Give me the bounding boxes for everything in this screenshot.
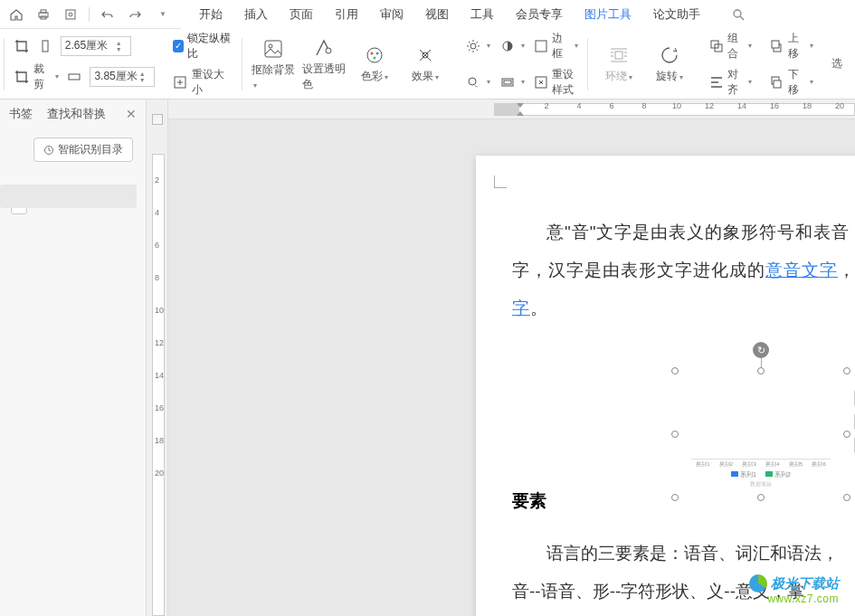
select-button[interactable]: 选	[831, 56, 842, 71]
tab-view[interactable]: 视图	[414, 0, 460, 29]
chart-object[interactable]: ↻ 类别1类别2类别3类别4类别5类别6 系列1系列2 数据项目 ▤ ◧ ▥	[675, 371, 847, 498]
menu-tabs: 开始 插入 页面 引用 审阅 视图 工具 会员专享 图片工具 论文助手	[181, 0, 855, 29]
tab-tool[interactable]: 工具	[460, 0, 505, 29]
print-preview-icon[interactable]	[62, 5, 80, 24]
dropdown-icon[interactable]: ▼	[153, 5, 171, 24]
redo-icon[interactable]	[126, 5, 144, 24]
border-button[interactable]: 边框▾	[534, 31, 577, 62]
remove-bg-button[interactable]: 抠除背景▾	[252, 37, 295, 90]
rotate-button[interactable]: 旋转▾	[648, 43, 691, 84]
picture-frame-icon[interactable]: ▾	[499, 67, 525, 98]
tab-insert[interactable]: 插入	[233, 0, 279, 29]
ruler-corner-icon[interactable]	[152, 114, 163, 125]
watermark: 极光下载站 www.xz7.com	[749, 574, 839, 605]
svg-point-14	[371, 52, 374, 55]
tab-picture-tools[interactable]: 图片工具	[574, 0, 642, 29]
document-area: 意"音"文字是由表义的象形符号和表音 字，汉字是由表形文字进化成的意音文字， 字…	[168, 119, 855, 616]
crop-button[interactable]: 裁剪▾	[14, 62, 60, 92]
svg-point-15	[376, 52, 379, 55]
svg-rect-23	[504, 81, 511, 84]
svg-rect-29	[772, 41, 779, 48]
page-corner-mark	[494, 175, 507, 188]
tab-member[interactable]: 会员专享	[505, 0, 574, 29]
height-input[interactable]: 3.85厘米▲▼	[90, 67, 154, 87]
undo-icon[interactable]	[99, 5, 117, 24]
separator	[89, 7, 90, 22]
height-value: 3.85厘米	[94, 69, 137, 84]
width-lock-icon[interactable]	[37, 38, 53, 54]
brightness-icon[interactable]: ▾	[465, 31, 490, 62]
paragraph-1: 意"音"文字是由表义的象形符号和表音 字，汉字是由表形文字进化成的意音文字， 字…	[512, 213, 855, 327]
resize-handle[interactable]	[843, 367, 850, 374]
svg-rect-3	[66, 10, 75, 19]
ribbon-toolbar: 2.65厘米▲▼ 裁剪▾ 3.85厘米▲▼ ✓锁定纵横比 重设大小 抠除背景▾ …	[0, 29, 855, 100]
svg-rect-7	[43, 41, 48, 52]
resize-handle[interactable]	[843, 494, 850, 501]
tab-reference[interactable]: 引用	[324, 0, 369, 29]
shadow-icon[interactable]: ▾	[465, 67, 490, 98]
tab-paper-helper[interactable]: 论文助手	[642, 0, 711, 29]
svg-point-4	[69, 13, 72, 16]
reset-style-button[interactable]: 重设样式	[534, 67, 577, 98]
toc-highlight	[0, 185, 137, 208]
reset-size-button[interactable]: 重设大小	[173, 67, 233, 98]
ruler-margin-marker[interactable]	[516, 103, 525, 116]
horizontal-ruler: 2 4 6 8 10 12 14 16 18 20	[168, 100, 855, 119]
svg-line-6	[740, 16, 744, 20]
smart-toc-button[interactable]: 智能识别目录	[33, 137, 133, 162]
move-down-button[interactable]: 下移▾	[770, 67, 813, 98]
rotate-handle-icon[interactable]: ↻	[753, 342, 769, 358]
width-value: 2.65厘米	[65, 38, 108, 53]
contrast-icon[interactable]: ▾	[499, 31, 525, 62]
set-transparent-button[interactable]: 设置透明色	[302, 36, 346, 92]
resize-handle[interactable]	[757, 367, 765, 374]
hyperlink[interactable]: 意音文字	[765, 261, 838, 280]
tab-start[interactable]: 开始	[188, 0, 233, 29]
svg-point-18	[470, 43, 476, 49]
resize-handle[interactable]	[671, 367, 679, 374]
panel-tab-bookmark[interactable]: 书签	[9, 106, 33, 122]
color-button[interactable]: 色彩▾	[353, 43, 396, 84]
tab-page[interactable]: 页面	[279, 0, 324, 29]
panel-tab-find-replace[interactable]: 查找和替换	[47, 106, 106, 122]
svg-rect-8	[69, 74, 80, 80]
resize-handle[interactable]	[843, 431, 850, 438]
vertical-ruler: 2 4 6 8 10 12 14 16 18 20	[147, 100, 168, 616]
home-icon[interactable]	[7, 5, 25, 24]
chart-canvas: 类别1类别2类别3类别4类别5类别6 系列1系列2 数据项目	[680, 376, 841, 492]
hyperlink[interactable]: 字	[512, 299, 530, 317]
svg-point-16	[374, 57, 376, 60]
svg-point-21	[469, 78, 476, 85]
tab-review[interactable]: 审阅	[369, 0, 414, 29]
svg-rect-20	[536, 41, 546, 52]
svg-rect-1	[41, 10, 46, 13]
svg-point-12	[326, 48, 331, 53]
crop-shape-icon[interactable]	[14, 38, 30, 54]
resize-handle[interactable]	[671, 494, 679, 501]
svg-rect-31	[774, 81, 781, 88]
navigation-panel: 书签 查找和替换 ✕ 智能识别目录 −	[0, 100, 147, 616]
svg-point-5	[734, 10, 741, 17]
svg-rect-25	[615, 52, 622, 59]
wrap-button[interactable]: 环绕▾	[597, 43, 641, 84]
width-input[interactable]: 2.65厘米▲▼	[61, 36, 131, 56]
search-icon[interactable]	[731, 7, 746, 22]
resize-handle[interactable]	[671, 431, 679, 438]
align-button[interactable]: 对齐▾	[709, 67, 753, 98]
close-icon[interactable]: ✕	[126, 107, 137, 121]
combine-button[interactable]: 组合▾	[709, 31, 753, 62]
resize-handle[interactable]	[757, 494, 765, 501]
watermark-logo-icon	[749, 574, 767, 592]
print-icon[interactable]	[34, 5, 52, 24]
effect-button[interactable]: 效果▾	[404, 43, 447, 84]
svg-rect-10	[265, 41, 281, 57]
lock-ratio-checkbox[interactable]: ✓锁定纵横比	[173, 31, 233, 62]
move-up-button[interactable]: 上移▾	[770, 31, 813, 62]
height-lock-icon[interactable]	[66, 69, 82, 85]
svg-point-13	[367, 48, 382, 62]
svg-point-11	[269, 44, 272, 48]
